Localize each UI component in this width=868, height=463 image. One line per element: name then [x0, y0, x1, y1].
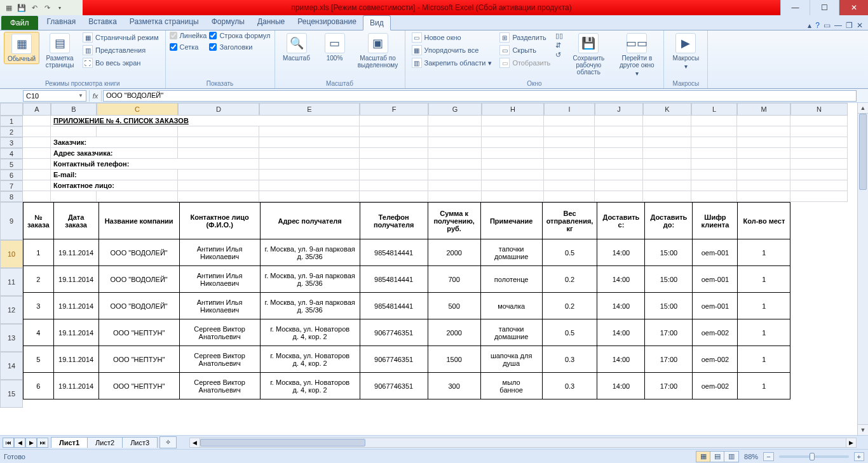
zoom-selection-button[interactable]: ▣Масштаб по выделенному — [355, 32, 401, 70]
cell-B1[interactable]: ПРИЛОЖЕНИЕ № 4. СПИСОК ЗАКАЗОВ — [51, 116, 360, 126]
cell-K5[interactable] — [643, 159, 691, 170]
table-cell[interactable]: 14:00 — [597, 346, 645, 373]
close-button[interactable]: ✕ — [839, 0, 868, 15]
cell-L3[interactable] — [691, 137, 737, 148]
workbook-minimize-icon[interactable]: — — [834, 21, 842, 30]
table-cell[interactable]: 1 — [24, 239, 54, 266]
cell-L2[interactable] — [691, 126, 737, 137]
table-cell[interactable]: 1 — [738, 266, 790, 293]
hide-button[interactable]: ▭Скрыть — [497, 44, 553, 56]
col-header-M[interactable]: M — [737, 103, 790, 116]
table-cell[interactable]: 700 — [428, 266, 480, 293]
col-header-N[interactable]: N — [790, 103, 848, 116]
tab-формулы[interactable]: Формулы — [205, 15, 251, 30]
cell-B2[interactable] — [51, 126, 97, 137]
table-cell[interactable]: г. Москва, ул. Новаторовд. 4, кор. 2 — [260, 319, 360, 346]
horizontal-scrollbar[interactable]: ◀ ▶ — [189, 438, 857, 448]
cell-D8[interactable] — [178, 191, 259, 202]
col-header-G[interactable]: G — [428, 103, 482, 116]
table-cell[interactable]: 9854814441 — [360, 293, 428, 319]
cell-D7[interactable] — [178, 180, 259, 191]
table-header[interactable]: Адрес получателя — [260, 203, 360, 239]
row-header-5[interactable]: 5 — [0, 159, 23, 170]
cell-L1[interactable] — [691, 116, 737, 126]
row-header-12[interactable]: 12 — [0, 296, 23, 324]
cell-M3[interactable] — [737, 137, 790, 148]
cell-G3[interactable] — [428, 137, 482, 148]
table-cell[interactable]: oem-001 — [693, 239, 738, 266]
row-header-14[interactable]: 14 — [0, 352, 23, 380]
view-normal-button[interactable]: ▦Обычный — [4, 32, 39, 64]
table-cell[interactable]: 0.3 — [542, 346, 597, 373]
tab-вставка[interactable]: Вставка — [82, 15, 123, 30]
table-cell[interactable]: 0.5 — [542, 239, 597, 266]
cell-K4[interactable] — [643, 148, 691, 159]
col-header-D[interactable]: D — [178, 103, 259, 116]
sheet-nav-next-icon[interactable]: ▶ — [25, 438, 37, 448]
cell-N4[interactable] — [790, 148, 848, 159]
view-page-layout-button[interactable]: ▤Разметка страницы — [42, 32, 78, 70]
table-cell[interactable]: oem-002 — [693, 319, 738, 346]
cell-H7[interactable] — [482, 180, 544, 191]
zoom-button[interactable]: 🔍Масштаб — [279, 32, 315, 63]
cell-G5[interactable] — [428, 159, 482, 170]
zoom-100-button[interactable]: ▭100% — [317, 32, 353, 63]
col-header-A[interactable]: A — [23, 103, 51, 116]
sheet-tab-Лист2[interactable]: Лист2 — [87, 437, 123, 448]
cell-K7[interactable] — [643, 180, 691, 191]
cell-F1[interactable] — [360, 116, 428, 126]
cell-J4[interactable] — [595, 148, 643, 159]
row-header-6[interactable]: 6 — [0, 170, 23, 180]
cell-E7[interactable] — [259, 180, 360, 191]
cell-M8[interactable] — [737, 191, 790, 202]
cell-M1[interactable] — [737, 116, 790, 126]
redo-icon[interactable]: ↷ — [42, 3, 52, 13]
table-cell[interactable]: 17:00 — [645, 319, 693, 346]
row-header-8[interactable]: 8 — [0, 191, 23, 202]
table-cell[interactable]: 3 — [24, 293, 54, 319]
table-cell[interactable]: 2000 — [428, 319, 480, 346]
table-cell[interactable]: 19.11.2014 — [53, 346, 98, 373]
table-cell[interactable]: 1 — [738, 319, 790, 346]
table-cell[interactable]: 1 — [738, 346, 790, 373]
sheet-nav-first-icon[interactable]: ⏮ — [3, 438, 14, 448]
cell-A2[interactable] — [23, 126, 51, 137]
table-cell[interactable]: 14:00 — [597, 373, 645, 399]
cell-H8[interactable] — [482, 191, 544, 202]
cell-H3[interactable] — [482, 137, 544, 148]
table-cell[interactable]: 14:00 — [597, 266, 645, 293]
zoom-slider[interactable] — [779, 455, 849, 458]
cell-E2[interactable] — [259, 126, 360, 137]
arrange-all-button[interactable]: ▦Упорядочить все — [409, 44, 495, 56]
cell-E8[interactable] — [259, 191, 360, 202]
ruler-checkbox[interactable]: Линейка — [170, 32, 207, 39]
sheet-tab-Лист1[interactable]: Лист1 — [51, 437, 88, 448]
zoom-level[interactable]: 88% — [744, 453, 758, 460]
table-cell[interactable]: 14:00 — [597, 319, 645, 346]
table-header[interactable]: Примечание — [480, 203, 542, 239]
table-cell[interactable]: 17:00 — [645, 373, 693, 399]
table-cell[interactable]: ООО "НЕПТУН" — [98, 373, 179, 399]
cell-G6[interactable] — [428, 170, 482, 180]
table-cell[interactable]: oem-001 — [693, 293, 738, 319]
cell-A5[interactable] — [23, 159, 51, 170]
cell-I2[interactable] — [544, 126, 595, 137]
minimize-ribbon-icon[interactable]: ▴ — [808, 21, 811, 30]
table-cell[interactable]: 4 — [24, 319, 54, 346]
cell-K6[interactable] — [643, 170, 691, 180]
name-box[interactable]: C10▼ — [23, 90, 86, 102]
freeze-panes-button[interactable]: ▥Закрепить области ▾ — [409, 57, 495, 69]
row-header-10[interactable]: 10 — [0, 240, 23, 268]
cell-F7[interactable] — [360, 180, 428, 191]
cell-A3[interactable] — [23, 137, 51, 148]
scroll-down-icon[interactable]: ▼ — [858, 424, 868, 435]
formula-input[interactable]: ООО "ВОДОЛЕЙ" — [103, 90, 857, 102]
cell-G7[interactable] — [428, 180, 482, 191]
cell-D2[interactable] — [178, 126, 259, 137]
row-header-11[interactable]: 11 — [0, 268, 23, 296]
table-cell[interactable]: oem-002 — [693, 346, 738, 373]
table-cell[interactable]: 1 — [738, 373, 790, 399]
cell-H5[interactable] — [482, 159, 544, 170]
cell-J1[interactable] — [595, 116, 643, 126]
cell-M4[interactable] — [737, 148, 790, 159]
